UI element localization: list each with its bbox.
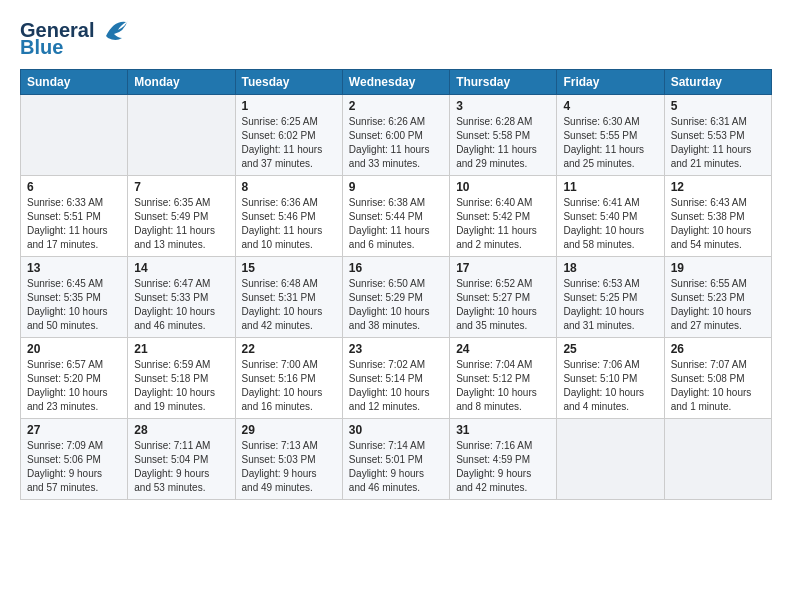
day-number: 21 xyxy=(134,342,228,356)
day-number: 14 xyxy=(134,261,228,275)
day-number: 12 xyxy=(671,180,765,194)
weekday-header-cell: Tuesday xyxy=(235,70,342,95)
day-info: Sunrise: 7:07 AMSunset: 5:08 PMDaylight:… xyxy=(671,359,752,412)
day-info: Sunrise: 7:02 AMSunset: 5:14 PMDaylight:… xyxy=(349,359,430,412)
weekday-header-cell: Friday xyxy=(557,70,664,95)
day-number: 31 xyxy=(456,423,550,437)
weekday-header-cell: Wednesday xyxy=(342,70,449,95)
calendar-day-cell: 30Sunrise: 7:14 AMSunset: 5:01 PMDayligh… xyxy=(342,419,449,500)
day-info: Sunrise: 7:00 AMSunset: 5:16 PMDaylight:… xyxy=(242,359,323,412)
day-number: 18 xyxy=(563,261,657,275)
calendar-day-cell: 20Sunrise: 6:57 AMSunset: 5:20 PMDayligh… xyxy=(21,338,128,419)
weekday-header-cell: Monday xyxy=(128,70,235,95)
day-info: Sunrise: 7:09 AMSunset: 5:06 PMDaylight:… xyxy=(27,440,103,493)
calendar-day-cell: 8Sunrise: 6:36 AMSunset: 5:46 PMDaylight… xyxy=(235,176,342,257)
day-number: 20 xyxy=(27,342,121,356)
day-info: Sunrise: 6:55 AMSunset: 5:23 PMDaylight:… xyxy=(671,278,752,331)
day-number: 26 xyxy=(671,342,765,356)
day-number: 15 xyxy=(242,261,336,275)
day-info: Sunrise: 6:30 AMSunset: 5:55 PMDaylight:… xyxy=(563,116,644,169)
day-info: Sunrise: 7:11 AMSunset: 5:04 PMDaylight:… xyxy=(134,440,210,493)
calendar-week-row: 20Sunrise: 6:57 AMSunset: 5:20 PMDayligh… xyxy=(21,338,772,419)
day-info: Sunrise: 6:28 AMSunset: 5:58 PMDaylight:… xyxy=(456,116,537,169)
calendar-week-row: 13Sunrise: 6:45 AMSunset: 5:35 PMDayligh… xyxy=(21,257,772,338)
day-info: Sunrise: 6:50 AMSunset: 5:29 PMDaylight:… xyxy=(349,278,430,331)
calendar-day-cell: 16Sunrise: 6:50 AMSunset: 5:29 PMDayligh… xyxy=(342,257,449,338)
calendar-day-cell: 2Sunrise: 6:26 AMSunset: 6:00 PMDaylight… xyxy=(342,95,449,176)
day-number: 28 xyxy=(134,423,228,437)
day-number: 22 xyxy=(242,342,336,356)
weekday-header-cell: Thursday xyxy=(450,70,557,95)
day-number: 23 xyxy=(349,342,443,356)
day-number: 9 xyxy=(349,180,443,194)
day-number: 29 xyxy=(242,423,336,437)
day-number: 25 xyxy=(563,342,657,356)
logo-bird-icon xyxy=(98,16,130,44)
calendar-day-cell xyxy=(557,419,664,500)
day-info: Sunrise: 6:33 AMSunset: 5:51 PMDaylight:… xyxy=(27,197,108,250)
day-info: Sunrise: 6:57 AMSunset: 5:20 PMDaylight:… xyxy=(27,359,108,412)
calendar-week-row: 6Sunrise: 6:33 AMSunset: 5:51 PMDaylight… xyxy=(21,176,772,257)
calendar-day-cell: 14Sunrise: 6:47 AMSunset: 5:33 PMDayligh… xyxy=(128,257,235,338)
calendar-day-cell: 23Sunrise: 7:02 AMSunset: 5:14 PMDayligh… xyxy=(342,338,449,419)
calendar-day-cell: 21Sunrise: 6:59 AMSunset: 5:18 PMDayligh… xyxy=(128,338,235,419)
calendar-day-cell: 10Sunrise: 6:40 AMSunset: 5:42 PMDayligh… xyxy=(450,176,557,257)
day-info: Sunrise: 6:47 AMSunset: 5:33 PMDaylight:… xyxy=(134,278,215,331)
calendar-week-row: 27Sunrise: 7:09 AMSunset: 5:06 PMDayligh… xyxy=(21,419,772,500)
day-number: 8 xyxy=(242,180,336,194)
day-info: Sunrise: 6:52 AMSunset: 5:27 PMDaylight:… xyxy=(456,278,537,331)
calendar-day-cell: 22Sunrise: 7:00 AMSunset: 5:16 PMDayligh… xyxy=(235,338,342,419)
header: General Blue xyxy=(20,16,772,59)
day-info: Sunrise: 7:14 AMSunset: 5:01 PMDaylight:… xyxy=(349,440,425,493)
day-number: 2 xyxy=(349,99,443,113)
calendar-day-cell: 19Sunrise: 6:55 AMSunset: 5:23 PMDayligh… xyxy=(664,257,771,338)
day-info: Sunrise: 7:04 AMSunset: 5:12 PMDaylight:… xyxy=(456,359,537,412)
day-info: Sunrise: 6:45 AMSunset: 5:35 PMDaylight:… xyxy=(27,278,108,331)
calendar-day-cell xyxy=(664,419,771,500)
day-number: 10 xyxy=(456,180,550,194)
day-info: Sunrise: 6:38 AMSunset: 5:44 PMDaylight:… xyxy=(349,197,430,250)
calendar-day-cell: 13Sunrise: 6:45 AMSunset: 5:35 PMDayligh… xyxy=(21,257,128,338)
calendar-day-cell: 4Sunrise: 6:30 AMSunset: 5:55 PMDaylight… xyxy=(557,95,664,176)
day-info: Sunrise: 7:16 AMSunset: 4:59 PMDaylight:… xyxy=(456,440,532,493)
calendar-day-cell: 1Sunrise: 6:25 AMSunset: 6:02 PMDaylight… xyxy=(235,95,342,176)
day-info: Sunrise: 6:25 AMSunset: 6:02 PMDaylight:… xyxy=(242,116,323,169)
day-info: Sunrise: 6:26 AMSunset: 6:00 PMDaylight:… xyxy=(349,116,430,169)
calendar-day-cell: 6Sunrise: 6:33 AMSunset: 5:51 PMDaylight… xyxy=(21,176,128,257)
day-info: Sunrise: 6:36 AMSunset: 5:46 PMDaylight:… xyxy=(242,197,323,250)
calendar-week-row: 1Sunrise: 6:25 AMSunset: 6:02 PMDaylight… xyxy=(21,95,772,176)
calendar-day-cell: 24Sunrise: 7:04 AMSunset: 5:12 PMDayligh… xyxy=(450,338,557,419)
day-info: Sunrise: 6:40 AMSunset: 5:42 PMDaylight:… xyxy=(456,197,537,250)
day-number: 4 xyxy=(563,99,657,113)
day-number: 1 xyxy=(242,99,336,113)
calendar-day-cell: 18Sunrise: 6:53 AMSunset: 5:25 PMDayligh… xyxy=(557,257,664,338)
day-info: Sunrise: 6:43 AMSunset: 5:38 PMDaylight:… xyxy=(671,197,752,250)
calendar-day-cell: 11Sunrise: 6:41 AMSunset: 5:40 PMDayligh… xyxy=(557,176,664,257)
weekday-header-row: SundayMondayTuesdayWednesdayThursdayFrid… xyxy=(21,70,772,95)
calendar-body: 1Sunrise: 6:25 AMSunset: 6:02 PMDaylight… xyxy=(21,95,772,500)
calendar-day-cell: 29Sunrise: 7:13 AMSunset: 5:03 PMDayligh… xyxy=(235,419,342,500)
day-number: 11 xyxy=(563,180,657,194)
logo-text-blue: Blue xyxy=(20,36,63,59)
weekday-header-cell: Sunday xyxy=(21,70,128,95)
calendar-day-cell: 9Sunrise: 6:38 AMSunset: 5:44 PMDaylight… xyxy=(342,176,449,257)
day-number: 24 xyxy=(456,342,550,356)
calendar-day-cell: 17Sunrise: 6:52 AMSunset: 5:27 PMDayligh… xyxy=(450,257,557,338)
day-info: Sunrise: 7:13 AMSunset: 5:03 PMDaylight:… xyxy=(242,440,318,493)
calendar-table: SundayMondayTuesdayWednesdayThursdayFrid… xyxy=(20,69,772,500)
calendar-day-cell: 7Sunrise: 6:35 AMSunset: 5:49 PMDaylight… xyxy=(128,176,235,257)
day-info: Sunrise: 6:48 AMSunset: 5:31 PMDaylight:… xyxy=(242,278,323,331)
calendar-day-cell: 12Sunrise: 6:43 AMSunset: 5:38 PMDayligh… xyxy=(664,176,771,257)
calendar-day-cell: 26Sunrise: 7:07 AMSunset: 5:08 PMDayligh… xyxy=(664,338,771,419)
day-number: 30 xyxy=(349,423,443,437)
calendar-day-cell: 27Sunrise: 7:09 AMSunset: 5:06 PMDayligh… xyxy=(21,419,128,500)
calendar-day-cell: 31Sunrise: 7:16 AMSunset: 4:59 PMDayligh… xyxy=(450,419,557,500)
calendar-day-cell xyxy=(21,95,128,176)
day-number: 17 xyxy=(456,261,550,275)
day-number: 16 xyxy=(349,261,443,275)
day-number: 3 xyxy=(456,99,550,113)
day-number: 27 xyxy=(27,423,121,437)
day-number: 7 xyxy=(134,180,228,194)
calendar-day-cell xyxy=(128,95,235,176)
day-number: 6 xyxy=(27,180,121,194)
